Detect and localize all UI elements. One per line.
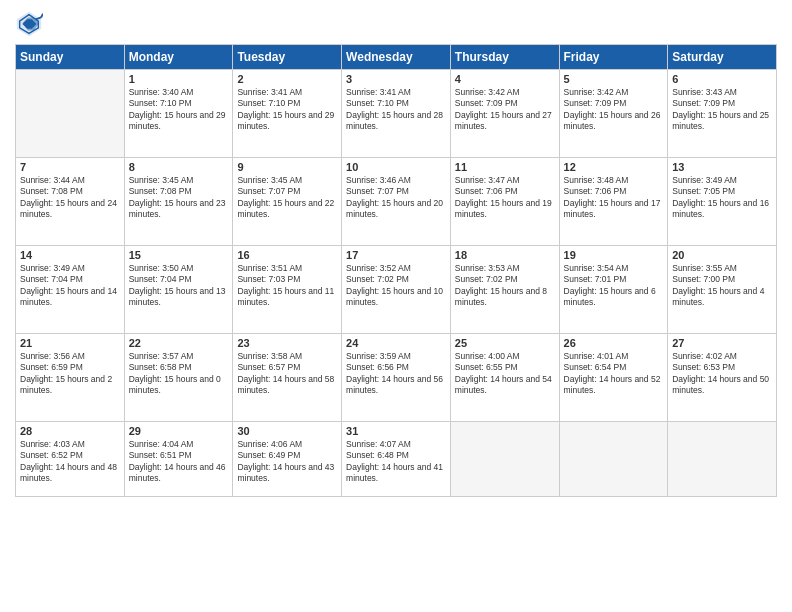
day-cell-2: 2 Sunrise: 3:41 AMSunset: 7:10 PMDayligh… xyxy=(233,70,342,158)
day-cell-11: 11 Sunrise: 3:47 AMSunset: 7:06 PMDaylig… xyxy=(450,158,559,246)
day-cell-10: 10 Sunrise: 3:46 AMSunset: 7:07 PMDaylig… xyxy=(342,158,451,246)
week-row-4: 21 Sunrise: 3:56 AMSunset: 6:59 PMDaylig… xyxy=(16,334,777,422)
empty-cell xyxy=(16,70,125,158)
calendar-table: SundayMondayTuesdayWednesdayThursdayFrid… xyxy=(15,44,777,497)
cell-info: Sunrise: 4:03 AMSunset: 6:52 PMDaylight:… xyxy=(20,439,120,485)
day-cell-20: 20 Sunrise: 3:55 AMSunset: 7:00 PMDaylig… xyxy=(668,246,777,334)
day-cell-3: 3 Sunrise: 3:41 AMSunset: 7:10 PMDayligh… xyxy=(342,70,451,158)
cell-info: Sunrise: 4:07 AMSunset: 6:48 PMDaylight:… xyxy=(346,439,446,485)
day-number: 14 xyxy=(20,249,120,261)
cell-info: Sunrise: 4:01 AMSunset: 6:54 PMDaylight:… xyxy=(564,351,664,397)
day-header-wednesday: Wednesday xyxy=(342,45,451,70)
calendar-body: 1 Sunrise: 3:40 AMSunset: 7:10 PMDayligh… xyxy=(16,70,777,497)
cell-info: Sunrise: 3:49 AMSunset: 7:05 PMDaylight:… xyxy=(672,175,772,221)
day-number: 16 xyxy=(237,249,337,261)
day-number: 4 xyxy=(455,73,555,85)
day-cell-15: 15 Sunrise: 3:50 AMSunset: 7:04 PMDaylig… xyxy=(124,246,233,334)
cell-info: Sunrise: 3:46 AMSunset: 7:07 PMDaylight:… xyxy=(346,175,446,221)
day-cell-25: 25 Sunrise: 4:00 AMSunset: 6:55 PMDaylig… xyxy=(450,334,559,422)
day-header-monday: Monday xyxy=(124,45,233,70)
day-number: 20 xyxy=(672,249,772,261)
day-cell-6: 6 Sunrise: 3:43 AMSunset: 7:09 PMDayligh… xyxy=(668,70,777,158)
cell-info: Sunrise: 3:51 AMSunset: 7:03 PMDaylight:… xyxy=(237,263,337,309)
day-cell-21: 21 Sunrise: 3:56 AMSunset: 6:59 PMDaylig… xyxy=(16,334,125,422)
cell-info: Sunrise: 3:54 AMSunset: 7:01 PMDaylight:… xyxy=(564,263,664,309)
day-number: 26 xyxy=(564,337,664,349)
day-cell-26: 26 Sunrise: 4:01 AMSunset: 6:54 PMDaylig… xyxy=(559,334,668,422)
cell-info: Sunrise: 3:53 AMSunset: 7:02 PMDaylight:… xyxy=(455,263,555,309)
cell-info: Sunrise: 3:48 AMSunset: 7:06 PMDaylight:… xyxy=(564,175,664,221)
header xyxy=(15,10,777,38)
day-cell-18: 18 Sunrise: 3:53 AMSunset: 7:02 PMDaylig… xyxy=(450,246,559,334)
day-number: 22 xyxy=(129,337,229,349)
day-number: 25 xyxy=(455,337,555,349)
day-header-thursday: Thursday xyxy=(450,45,559,70)
empty-cell xyxy=(559,422,668,497)
cell-info: Sunrise: 3:44 AMSunset: 7:08 PMDaylight:… xyxy=(20,175,120,221)
day-number: 6 xyxy=(672,73,772,85)
cell-info: Sunrise: 3:59 AMSunset: 6:56 PMDaylight:… xyxy=(346,351,446,397)
week-row-3: 14 Sunrise: 3:49 AMSunset: 7:04 PMDaylig… xyxy=(16,246,777,334)
day-cell-17: 17 Sunrise: 3:52 AMSunset: 7:02 PMDaylig… xyxy=(342,246,451,334)
day-number: 8 xyxy=(129,161,229,173)
cell-info: Sunrise: 3:47 AMSunset: 7:06 PMDaylight:… xyxy=(455,175,555,221)
day-header-sunday: Sunday xyxy=(16,45,125,70)
day-number: 18 xyxy=(455,249,555,261)
day-number: 11 xyxy=(455,161,555,173)
day-cell-16: 16 Sunrise: 3:51 AMSunset: 7:03 PMDaylig… xyxy=(233,246,342,334)
svg-line-5 xyxy=(41,14,43,18)
day-cell-23: 23 Sunrise: 3:58 AMSunset: 6:57 PMDaylig… xyxy=(233,334,342,422)
day-number: 2 xyxy=(237,73,337,85)
day-cell-29: 29 Sunrise: 4:04 AMSunset: 6:51 PMDaylig… xyxy=(124,422,233,497)
cell-info: Sunrise: 4:00 AMSunset: 6:55 PMDaylight:… xyxy=(455,351,555,397)
day-number: 30 xyxy=(237,425,337,437)
day-cell-12: 12 Sunrise: 3:48 AMSunset: 7:06 PMDaylig… xyxy=(559,158,668,246)
cell-info: Sunrise: 3:52 AMSunset: 7:02 PMDaylight:… xyxy=(346,263,446,309)
day-number: 17 xyxy=(346,249,446,261)
day-cell-5: 5 Sunrise: 3:42 AMSunset: 7:09 PMDayligh… xyxy=(559,70,668,158)
day-number: 27 xyxy=(672,337,772,349)
empty-cell xyxy=(450,422,559,497)
cell-info: Sunrise: 4:06 AMSunset: 6:49 PMDaylight:… xyxy=(237,439,337,485)
cell-info: Sunrise: 3:58 AMSunset: 6:57 PMDaylight:… xyxy=(237,351,337,397)
cell-info: Sunrise: 3:40 AMSunset: 7:10 PMDaylight:… xyxy=(129,87,229,133)
cell-info: Sunrise: 3:55 AMSunset: 7:00 PMDaylight:… xyxy=(672,263,772,309)
day-cell-13: 13 Sunrise: 3:49 AMSunset: 7:05 PMDaylig… xyxy=(668,158,777,246)
day-headers-row: SundayMondayTuesdayWednesdayThursdayFrid… xyxy=(16,45,777,70)
week-row-2: 7 Sunrise: 3:44 AMSunset: 7:08 PMDayligh… xyxy=(16,158,777,246)
cell-info: Sunrise: 3:57 AMSunset: 6:58 PMDaylight:… xyxy=(129,351,229,397)
cell-info: Sunrise: 3:41 AMSunset: 7:10 PMDaylight:… xyxy=(237,87,337,133)
day-number: 21 xyxy=(20,337,120,349)
cell-info: Sunrise: 3:45 AMSunset: 7:08 PMDaylight:… xyxy=(129,175,229,221)
cell-info: Sunrise: 3:50 AMSunset: 7:04 PMDaylight:… xyxy=(129,263,229,309)
page: SundayMondayTuesdayWednesdayThursdayFrid… xyxy=(0,0,792,612)
week-row-1: 1 Sunrise: 3:40 AMSunset: 7:10 PMDayligh… xyxy=(16,70,777,158)
logo xyxy=(15,10,47,38)
day-cell-31: 31 Sunrise: 4:07 AMSunset: 6:48 PMDaylig… xyxy=(342,422,451,497)
cell-info: Sunrise: 3:42 AMSunset: 7:09 PMDaylight:… xyxy=(455,87,555,133)
cell-info: Sunrise: 4:04 AMSunset: 6:51 PMDaylight:… xyxy=(129,439,229,485)
week-row-5: 28 Sunrise: 4:03 AMSunset: 6:52 PMDaylig… xyxy=(16,422,777,497)
day-number: 23 xyxy=(237,337,337,349)
day-number: 3 xyxy=(346,73,446,85)
day-number: 5 xyxy=(564,73,664,85)
cell-info: Sunrise: 3:43 AMSunset: 7:09 PMDaylight:… xyxy=(672,87,772,133)
day-number: 19 xyxy=(564,249,664,261)
day-header-tuesday: Tuesday xyxy=(233,45,342,70)
day-cell-27: 27 Sunrise: 4:02 AMSunset: 6:53 PMDaylig… xyxy=(668,334,777,422)
day-number: 31 xyxy=(346,425,446,437)
cell-info: Sunrise: 3:56 AMSunset: 6:59 PMDaylight:… xyxy=(20,351,120,397)
cell-info: Sunrise: 3:42 AMSunset: 7:09 PMDaylight:… xyxy=(564,87,664,133)
day-header-saturday: Saturday xyxy=(668,45,777,70)
day-number: 12 xyxy=(564,161,664,173)
cell-info: Sunrise: 3:41 AMSunset: 7:10 PMDaylight:… xyxy=(346,87,446,133)
day-cell-14: 14 Sunrise: 3:49 AMSunset: 7:04 PMDaylig… xyxy=(16,246,125,334)
day-cell-1: 1 Sunrise: 3:40 AMSunset: 7:10 PMDayligh… xyxy=(124,70,233,158)
day-number: 13 xyxy=(672,161,772,173)
day-number: 24 xyxy=(346,337,446,349)
day-number: 29 xyxy=(129,425,229,437)
day-cell-24: 24 Sunrise: 3:59 AMSunset: 6:56 PMDaylig… xyxy=(342,334,451,422)
day-number: 10 xyxy=(346,161,446,173)
day-cell-7: 7 Sunrise: 3:44 AMSunset: 7:08 PMDayligh… xyxy=(16,158,125,246)
day-cell-4: 4 Sunrise: 3:42 AMSunset: 7:09 PMDayligh… xyxy=(450,70,559,158)
